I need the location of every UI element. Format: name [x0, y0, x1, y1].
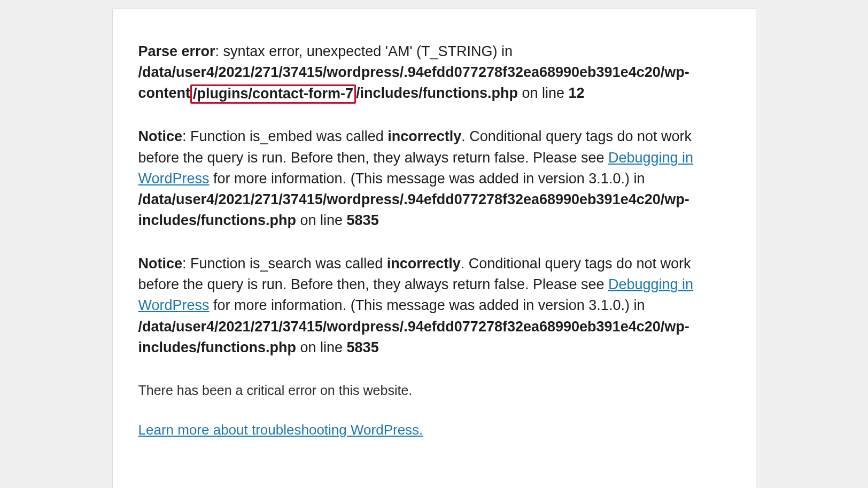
notice2-on-line: on line — [296, 339, 347, 355]
notice2-incorrectly: incorrectly — [387, 255, 461, 272]
parse-error-message: : syntax error, unexpected 'AM' (T_STRIN… — [215, 43, 513, 59]
notice1-label: Notice — [138, 128, 183, 144]
notice-is-search-block: Notice: Function is_search was called in… — [138, 253, 730, 358]
notice1-post-text2: for more information. (This message was … — [210, 171, 645, 187]
parse-error-path-after: /includes/functions.php — [356, 85, 518, 101]
notice1-path: /data/user4/2021/271/37415/wordpress/.94… — [138, 191, 689, 228]
parse-error-on-line: on line — [518, 85, 569, 101]
parse-error-block: Parse error: syntax error, unexpected 'A… — [138, 41, 730, 104]
notice2-path: /data/user4/2021/271/37415/wordpress/.94… — [138, 319, 689, 355]
highlighted-plugin-path: /plugins/contact-form-7 — [190, 84, 356, 104]
notice2-pre-text: : Function is_search was called — [182, 255, 387, 272]
notice2-label: Notice — [138, 255, 183, 272]
notice2-line-number: 5835 — [347, 339, 379, 355]
notice1-on-line: on line — [296, 212, 347, 228]
notice1-line-number: 5835 — [347, 212, 379, 228]
learn-more-troubleshooting-link[interactable]: Learn more about troubleshooting WordPre… — [138, 422, 423, 438]
critical-error-text: There has been a critical error on this … — [138, 381, 730, 400]
notice2-post-text2: for more information. (This message was … — [210, 297, 645, 313]
notice-is-embed-block: Notice: Function is_embed was called inc… — [138, 126, 730, 231]
parse-error-label: Parse error — [138, 43, 215, 59]
notice1-incorrectly: incorrectly — [387, 128, 461, 144]
parse-error-path-highlight: /plugins/contact-form-7 — [193, 86, 353, 102]
learn-more-block: Learn more about troubleshooting WordPre… — [138, 420, 730, 440]
parse-error-line-number: 12 — [569, 85, 585, 101]
error-page-container: Parse error: syntax error, unexpected 'A… — [112, 9, 756, 488]
notice1-pre-text: : Function is_embed was called — [182, 128, 387, 144]
